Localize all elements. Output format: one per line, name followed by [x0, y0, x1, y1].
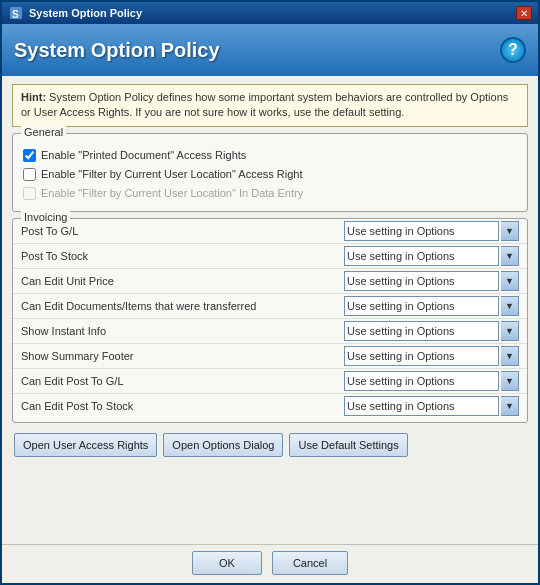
- select-wrap: Use setting in OptionsUse setting [ Opti…: [344, 221, 519, 241]
- printed-doc-checkbox[interactable]: [23, 149, 36, 162]
- svg-text:S: S: [12, 9, 19, 20]
- row-select[interactable]: Use setting in OptionsUse setting [ Opti…: [344, 271, 499, 291]
- row-select[interactable]: Use setting in OptionsUse setting [ Opti…: [344, 321, 499, 341]
- invoicing-group-label: Invoicing: [21, 211, 70, 223]
- use-default-settings-button[interactable]: Use Default Settings: [289, 433, 407, 457]
- select-arrow-icon[interactable]: ▼: [501, 371, 519, 391]
- select-wrap: Use setting in OptionsUse setting [ Opti…: [344, 296, 519, 316]
- checkbox-row-1: Enable "Printed Document" Access Rights: [23, 146, 517, 165]
- invoicing-row: Show Summary FooterUse setting in Option…: [13, 344, 527, 369]
- row-label: Show Summary Footer: [21, 350, 344, 362]
- invoicing-row: Show Instant InfoUse setting in OptionsU…: [13, 319, 527, 344]
- select-arrow-icon[interactable]: ▼: [501, 271, 519, 291]
- filter-location-data-entry-label: Enable "Filter by Current User Location"…: [41, 187, 303, 199]
- row-label: Can Edit Post To G/L: [21, 375, 344, 387]
- select-wrap: Use setting in OptionsUse setting [ Opti…: [344, 371, 519, 391]
- footer-row: OK Cancel: [2, 544, 538, 583]
- select-wrap: Use setting in OptionsUse setting [ Opti…: [344, 346, 519, 366]
- invoicing-row: Can Edit Unit PriceUse setting in Option…: [13, 269, 527, 294]
- hint-box: Hint: System Option Policy defines how s…: [12, 84, 528, 127]
- content-area: Hint: System Option Policy defines how s…: [2, 76, 538, 544]
- row-label: Post To G/L: [21, 225, 344, 237]
- row-label: Can Edit Documents/Items that were trans…: [21, 300, 344, 312]
- select-arrow-icon[interactable]: ▼: [501, 221, 519, 241]
- select-arrow-icon[interactable]: ▼: [501, 346, 519, 366]
- help-button[interactable]: ?: [500, 37, 526, 63]
- select-arrow-icon[interactable]: ▼: [501, 296, 519, 316]
- select-arrow-icon[interactable]: ▼: [501, 321, 519, 341]
- invoicing-row: Can Edit Documents/Items that were trans…: [13, 294, 527, 319]
- open-access-rights-button[interactable]: Open User Access Rights: [14, 433, 157, 457]
- checkbox-row-2: Enable "Filter by Current User Location"…: [23, 165, 517, 184]
- main-window: S System Option Policy ✕ System Option P…: [0, 0, 540, 585]
- row-label: Can Edit Unit Price: [21, 275, 344, 287]
- hint-text: System Option Policy defines how some im…: [21, 91, 508, 118]
- invoicing-group: Invoicing Post To G/LUse setting in Opti…: [12, 218, 528, 423]
- row-select[interactable]: Use setting in OptionsUse setting [ Opti…: [344, 396, 499, 416]
- row-select[interactable]: Use setting in OptionsUse setting [ Opti…: [344, 296, 499, 316]
- row-label: Can Edit Post To Stock: [21, 400, 344, 412]
- row-select[interactable]: Use setting in OptionsUse setting [ Opti…: [344, 371, 499, 391]
- invoicing-row: Post To StockUse setting in OptionsUse s…: [13, 244, 527, 269]
- page-title: System Option Policy: [14, 39, 220, 62]
- invoicing-row: Post To G/LUse setting in OptionsUse set…: [13, 219, 527, 244]
- select-arrow-icon[interactable]: ▼: [501, 246, 519, 266]
- hint-label: Hint:: [21, 91, 46, 103]
- row-label: Post To Stock: [21, 250, 344, 262]
- select-wrap: Use setting in OptionsUse setting [ Opti…: [344, 321, 519, 341]
- close-button[interactable]: ✕: [516, 6, 532, 20]
- filter-location-label: Enable "Filter by Current User Location"…: [41, 168, 303, 180]
- row-label: Show Instant Info: [21, 325, 344, 337]
- title-bar: S System Option Policy ✕: [2, 2, 538, 24]
- window-icon: S: [8, 5, 24, 21]
- filter-location-data-entry-checkbox[interactable]: [23, 187, 36, 200]
- bottom-buttons: Open User Access Rights Open Options Dia…: [12, 429, 528, 457]
- general-group-label: General: [21, 126, 66, 138]
- open-options-dialog-button[interactable]: Open Options Dialog: [163, 433, 283, 457]
- checkbox-row-3: Enable "Filter by Current User Location"…: [23, 184, 517, 203]
- cancel-button[interactable]: Cancel: [272, 551, 348, 575]
- row-select[interactable]: Use setting in OptionsUse setting [ Opti…: [344, 246, 499, 266]
- general-group: General Enable "Printed Document" Access…: [12, 133, 528, 212]
- title-bar-left: S System Option Policy: [8, 5, 142, 21]
- select-wrap: Use setting in OptionsUse setting [ Opti…: [344, 396, 519, 416]
- ok-button[interactable]: OK: [192, 551, 262, 575]
- header-bar: System Option Policy ?: [2, 24, 538, 76]
- row-select[interactable]: Use setting in OptionsUse setting [ Opti…: [344, 221, 499, 241]
- select-wrap: Use setting in OptionsUse setting [ Opti…: [344, 246, 519, 266]
- invoicing-rows: Post To G/LUse setting in OptionsUse set…: [13, 219, 527, 418]
- invoicing-row: Can Edit Post To G/LUse setting in Optio…: [13, 369, 527, 394]
- filter-location-checkbox[interactable]: [23, 168, 36, 181]
- invoicing-row: Can Edit Post To StockUse setting in Opt…: [13, 394, 527, 418]
- title-bar-title: System Option Policy: [29, 7, 142, 19]
- select-arrow-icon[interactable]: ▼: [501, 396, 519, 416]
- printed-doc-label: Enable "Printed Document" Access Rights: [41, 149, 246, 161]
- row-select[interactable]: Use setting in OptionsUse setting [ Opti…: [344, 346, 499, 366]
- select-wrap: Use setting in OptionsUse setting [ Opti…: [344, 271, 519, 291]
